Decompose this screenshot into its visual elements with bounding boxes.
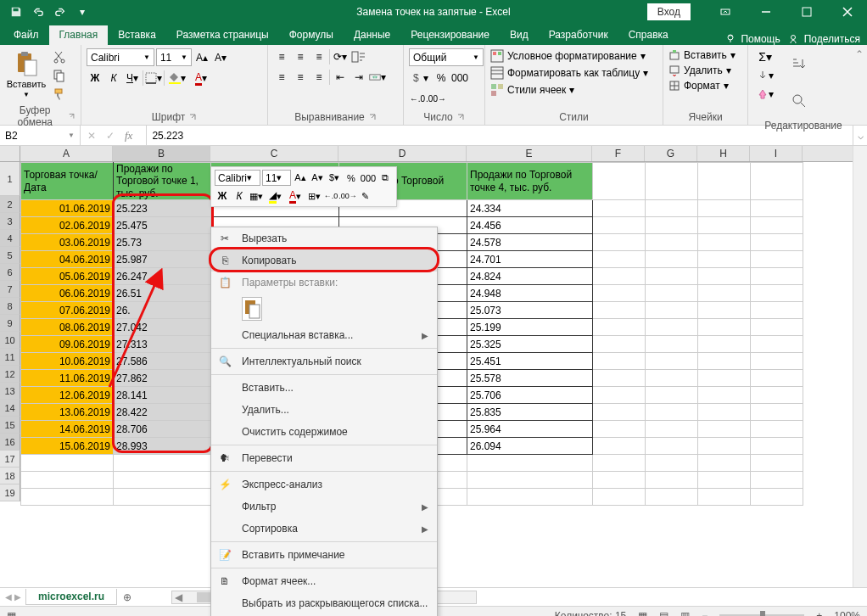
borders-button[interactable]: ▾ <box>145 70 162 87</box>
mini-font-color-icon[interactable]: A▾ <box>286 188 305 204</box>
mini-font-size[interactable]: 11▾ <box>262 170 291 186</box>
sheet-tab-active[interactable]: microexcel.ru <box>25 589 117 605</box>
clear-icon[interactable]: ▾ <box>753 86 777 103</box>
tab-data[interactable]: Данные <box>344 25 400 45</box>
row-header-14[interactable]: 14 <box>0 400 20 417</box>
row-header-5[interactable]: 5 <box>0 247 20 264</box>
increase-font-icon[interactable]: A▴ <box>193 49 210 66</box>
ctx-insert-comment[interactable]: 📝Вставить примечание <box>211 544 437 566</box>
mini-comma-icon[interactable]: 000 <box>361 171 376 186</box>
mini-decrease-font-icon[interactable]: A▾ <box>310 171 325 186</box>
font-color-button[interactable]: A▾ <box>190 70 212 87</box>
ctx-cut[interactable]: ✂Вырезать <box>211 227 437 249</box>
tab-developer[interactable]: Разработчик <box>539 25 618 45</box>
merge-center-icon[interactable]: ▾ <box>369 69 386 86</box>
increase-decimal-icon[interactable]: ←.0 <box>409 90 426 107</box>
orientation-icon[interactable]: ⟳▾ <box>332 48 349 65</box>
conditional-formatting-button[interactable]: Условное форматирование▾ <box>490 48 646 64</box>
tab-layout[interactable]: Разметка страницы <box>166 25 279 45</box>
ctx-smart-lookup[interactable]: 🔍Интеллектуальный поиск <box>211 350 437 372</box>
format-as-table-button[interactable]: Форматировать как таблицу▾ <box>490 65 648 81</box>
mini-currency-icon[interactable]: $▾ <box>327 171 342 186</box>
mini-bold-icon[interactable]: Ж <box>215 188 230 204</box>
italic-button[interactable]: К <box>105 70 122 87</box>
mini-font-name[interactable]: Calibri▾ <box>215 170 260 186</box>
collapse-ribbon-icon[interactable]: ⌃ <box>855 48 864 60</box>
fill-color-button[interactable]: ▾ <box>166 70 188 87</box>
cell-styles-button[interactable]: Стили ячеек▾ <box>490 82 574 98</box>
align-top-icon[interactable]: ≡ <box>273 48 290 65</box>
tell-me[interactable]: Помощь <box>725 33 780 45</box>
row-header-7[interactable]: 7 <box>0 281 20 298</box>
tab-home[interactable]: Главная <box>49 25 109 45</box>
view-normal-icon[interactable]: ▦ <box>638 610 647 617</box>
tab-view[interactable]: Вид <box>500 25 539 45</box>
vertical-scrollbar[interactable] <box>853 146 867 587</box>
align-bottom-icon[interactable]: ≡ <box>310 48 327 65</box>
row-header-18[interactable]: 18 <box>0 468 20 484</box>
col-header-I[interactable]: I <box>750 146 803 161</box>
mini-percent-icon[interactable]: % <box>344 171 359 186</box>
tab-help[interactable]: Справка <box>618 25 679 45</box>
record-macro-icon[interactable]: ▦ <box>7 610 16 617</box>
col-header-B[interactable]: B <box>113 146 210 161</box>
col-header-G[interactable]: G <box>645 146 697 161</box>
align-right-icon[interactable]: ≡ <box>310 69 327 86</box>
expand-formula-bar-icon[interactable]: ⌵ <box>853 126 867 145</box>
align-center-icon[interactable]: ≡ <box>292 69 309 86</box>
tab-formulas[interactable]: Формулы <box>279 25 344 45</box>
format-painter-icon[interactable] <box>51 86 68 103</box>
ctx-format-cells[interactable]: 🗎Формат ячеек... <box>211 570 437 592</box>
enter-formula-icon[interactable]: ✓ <box>106 130 115 142</box>
decrease-font-icon[interactable]: A▾ <box>212 49 229 66</box>
row-header-10[interactable]: 10 <box>0 332 20 349</box>
col-header-D[interactable]: D <box>338 146 467 161</box>
ctx-copy[interactable]: ⎘Копировать <box>211 249 437 272</box>
row-header-8[interactable]: 8 <box>0 298 20 315</box>
percent-icon[interactable]: % <box>433 70 450 87</box>
minimize-button[interactable] <box>747 0 786 24</box>
align-middle-icon[interactable]: ≡ <box>292 48 309 65</box>
bold-button[interactable]: Ж <box>87 70 103 87</box>
mini-borders-icon[interactable]: ▦▾ <box>249 188 264 204</box>
copy-icon[interactable] <box>51 67 68 84</box>
save-icon[interactable] <box>7 3 25 21</box>
format-cells-button[interactable]: Формат▾ <box>668 79 729 92</box>
autosum-icon[interactable]: Σ▾ <box>753 48 777 65</box>
mini-italic-icon[interactable]: К <box>232 188 247 204</box>
zoom-out-icon[interactable]: − <box>702 610 708 617</box>
delete-cells-button[interactable]: Удалить▾ <box>668 64 731 77</box>
row-header-4[interactable]: 4 <box>0 230 20 247</box>
ctx-delete[interactable]: Удалить... <box>211 399 437 421</box>
fx-icon[interactable]: fx <box>125 129 139 143</box>
undo-icon[interactable] <box>29 3 48 21</box>
cut-icon[interactable] <box>51 48 68 65</box>
currency-icon[interactable]: $▾ <box>409 70 431 87</box>
underline-button[interactable]: Ч▾ <box>124 70 141 87</box>
row-header-1[interactable]: 1 <box>0 162 20 196</box>
number-format-select[interactable]: Общий▼ <box>409 48 484 66</box>
ctx-paste-special[interactable]: Специальная вставка...▶ <box>211 324 437 346</box>
row-header-16[interactable]: 16 <box>0 434 20 451</box>
mini-format-painter-icon[interactable]: ✎ <box>357 188 372 204</box>
share-button[interactable]: Поделиться <box>789 33 860 45</box>
row-header-13[interactable]: 13 <box>0 383 20 400</box>
font-size-select[interactable]: 11▼ <box>156 48 192 66</box>
tab-review[interactable]: Рецензирование <box>400 25 500 45</box>
ctx-paste-default[interactable] <box>211 294 437 324</box>
ctx-pick-from-dropdown[interactable]: Выбрать из раскрывающегося списка... <box>211 592 437 614</box>
row-header-11[interactable]: 11 <box>0 349 20 366</box>
ribbon-options-icon[interactable] <box>706 0 745 24</box>
ctx-quick-analysis[interactable]: ⚡Экспресс-анализ <box>211 473 437 496</box>
decrease-indent-icon[interactable]: ⇤ <box>332 69 349 86</box>
formula-bar[interactable]: 25.223 <box>146 126 853 145</box>
sort-filter-icon[interactable] <box>786 48 813 82</box>
row-header-15[interactable]: 15 <box>0 417 20 434</box>
view-page-layout-icon[interactable]: ▤ <box>659 610 668 617</box>
col-header-A[interactable]: A <box>20 146 113 161</box>
col-header-H[interactable]: H <box>697 146 750 161</box>
insert-cells-button[interactable]: Вставить▾ <box>668 48 736 62</box>
ctx-clear[interactable]: Очистить содержимое <box>211 421 437 443</box>
row-header-17[interactable]: 17 <box>0 451 20 468</box>
qat-dropdown-icon[interactable]: ▾ <box>73 3 92 21</box>
